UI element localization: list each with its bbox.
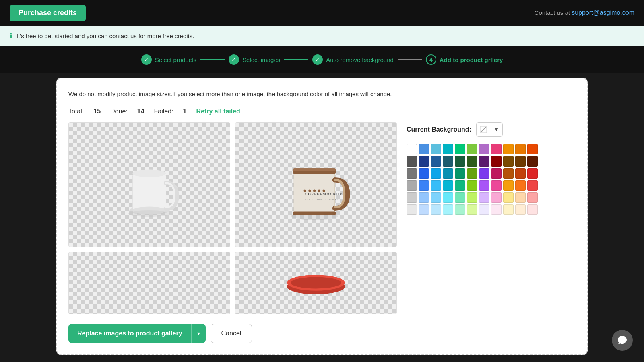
info-icon: ℹ — [10, 31, 12, 40]
total-label: Total: — [68, 108, 84, 115]
color-swatch[interactable] — [527, 192, 538, 203]
color-swatch[interactable] — [527, 156, 538, 167]
color-swatch[interactable] — [479, 192, 489, 203]
purchase-credits-button[interactable]: Purchase credits — [10, 5, 86, 21]
color-swatch[interactable] — [527, 168, 538, 179]
color-swatch[interactable] — [443, 168, 453, 179]
color-swatch[interactable] — [515, 144, 526, 154]
color-row-3 — [407, 180, 576, 191]
color-swatch[interactable] — [515, 204, 526, 215]
step-add-to-gallery: 4 Add to product grllery — [426, 54, 503, 65]
replace-dropdown-button[interactable]: ▾ — [191, 324, 206, 343]
retry-all-failed-link[interactable]: Retry all failed — [196, 108, 240, 115]
color-swatch[interactable] — [479, 180, 489, 191]
color-swatch[interactable] — [491, 192, 502, 203]
bg-selector[interactable]: ▾ — [476, 122, 503, 137]
color-swatch[interactable] — [443, 192, 453, 203]
color-swatch[interactable] — [431, 180, 441, 191]
svg-line-20 — [481, 127, 486, 132]
svg-rect-8 — [293, 168, 336, 171]
color-swatch[interactable] — [455, 168, 465, 179]
color-swatch[interactable] — [479, 156, 489, 167]
color-swatch[interactable] — [467, 168, 477, 179]
svg-text:PLACE YOUR DESIGN HERE: PLACE YOUR DESIGN HERE — [305, 198, 343, 201]
color-swatch[interactable] — [407, 192, 417, 203]
notice-text: We do not modify product image sizes.If … — [68, 90, 576, 99]
svg-point-12 — [308, 189, 311, 192]
step-select-products: ✓ Select products — [141, 54, 196, 65]
color-swatch[interactable] — [503, 192, 514, 203]
cancel-button[interactable]: Cancel — [211, 324, 252, 343]
color-swatch[interactable] — [419, 168, 429, 179]
replace-images-button[interactable]: Replace images to product gallery — [68, 324, 191, 343]
step4-num: 4 — [426, 54, 436, 65]
chat-button[interactable] — [612, 330, 633, 351]
color-swatch[interactable] — [527, 144, 538, 154]
color-swatch[interactable] — [419, 156, 429, 167]
color-swatch[interactable] — [503, 156, 514, 167]
color-swatch[interactable] — [503, 144, 514, 154]
color-swatch[interactable] — [515, 156, 526, 167]
svg-point-19 — [291, 277, 341, 289]
color-swatch[interactable] — [455, 180, 465, 191]
contact-info: Contact us at support@asgimo.com — [535, 9, 634, 16]
svg-point-14 — [318, 189, 320, 192]
color-swatch[interactable] — [443, 204, 453, 215]
color-swatch[interactable] — [455, 204, 465, 215]
step2-label: Select images — [242, 56, 280, 63]
color-swatch[interactable] — [419, 144, 429, 154]
color-swatch[interactable] — [467, 204, 477, 215]
color-swatch[interactable] — [503, 180, 514, 191]
color-swatch[interactable] — [455, 156, 465, 167]
color-swatch[interactable] — [491, 156, 502, 167]
color-swatch[interactable] — [419, 204, 429, 215]
stats-row: Total: 15 Done: 14 Failed: 1 Retry all f… — [68, 108, 576, 115]
color-swatch[interactable] — [407, 204, 417, 215]
color-row-0 — [407, 144, 576, 154]
color-swatch[interactable] — [491, 144, 502, 154]
color-swatch[interactable] — [419, 192, 429, 203]
bg-preview — [477, 123, 491, 136]
color-swatch[interactable] — [431, 156, 441, 167]
color-swatch[interactable] — [467, 144, 477, 154]
color-swatch[interactable] — [479, 168, 489, 179]
color-swatch[interactable] — [515, 180, 526, 191]
color-swatch[interactable] — [491, 204, 502, 215]
image-cell-2: COFFEEMOCKUP PLACE YOUR DESIGN HERE — [235, 122, 397, 247]
color-swatch[interactable] — [431, 144, 441, 154]
color-swatch[interactable] — [443, 144, 453, 154]
color-swatch[interactable] — [419, 180, 429, 191]
color-swatch[interactable] — [407, 144, 417, 154]
color-swatch[interactable] — [527, 180, 538, 191]
mug-colored-svg: COFFEEMOCKUP PLACE YOUR DESIGN HERE — [280, 142, 352, 227]
svg-point-13 — [313, 189, 316, 192]
step3-check-icon: ✓ — [312, 54, 323, 65]
color-swatch[interactable] — [443, 156, 453, 167]
color-swatch[interactable] — [431, 192, 441, 203]
color-swatch[interactable] — [503, 168, 514, 179]
color-swatch[interactable] — [443, 180, 453, 191]
color-swatch[interactable] — [491, 168, 502, 179]
steps-bar: ✓ Select products ✓ Select images ✓ Auto… — [0, 46, 644, 73]
color-swatch[interactable] — [515, 168, 526, 179]
color-swatch[interactable] — [431, 168, 441, 179]
color-swatch[interactable] — [479, 144, 489, 154]
color-swatch[interactable] — [407, 156, 417, 167]
color-swatch[interactable] — [467, 192, 477, 203]
color-swatch[interactable] — [407, 168, 417, 179]
color-swatch[interactable] — [491, 180, 502, 191]
color-swatch[interactable] — [467, 180, 477, 191]
color-swatch[interactable] — [467, 156, 477, 167]
color-swatch[interactable] — [503, 204, 514, 215]
color-swatch[interactable] — [431, 204, 441, 215]
color-swatch[interactable] — [515, 192, 526, 203]
color-row-4 — [407, 192, 576, 203]
color-swatch[interactable] — [407, 180, 417, 191]
step3-label: Auto remove background — [326, 56, 394, 63]
color-swatch[interactable] — [479, 204, 489, 215]
color-swatch[interactable] — [527, 204, 538, 215]
color-swatch[interactable] — [455, 144, 465, 154]
color-swatch[interactable] — [455, 192, 465, 203]
image-grid: COFFEEMOCKUP PLACE YOUR DESIGN HERE — [68, 122, 397, 314]
image-cell-3 — [68, 252, 230, 314]
